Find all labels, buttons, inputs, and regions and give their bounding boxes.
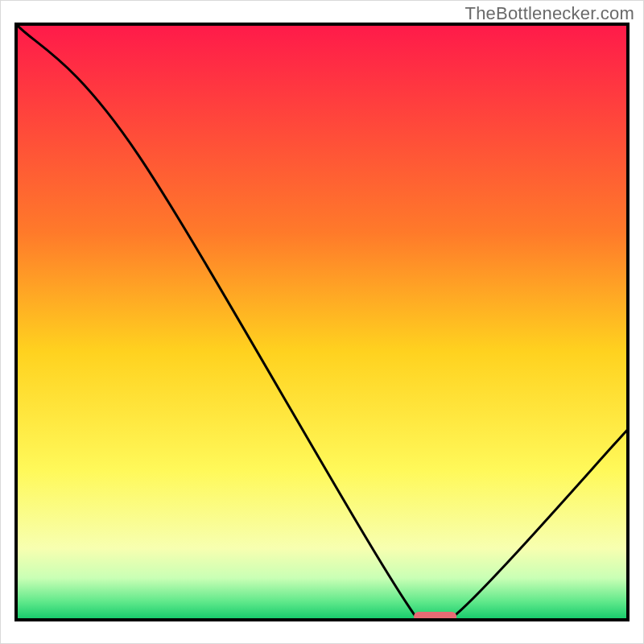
attribution-watermark: TheBottlenecker.com — [465, 3, 634, 24]
bottleneck-chart — [0, 0, 644, 644]
chart-container: TheBottlenecker.com — [0, 0, 644, 644]
